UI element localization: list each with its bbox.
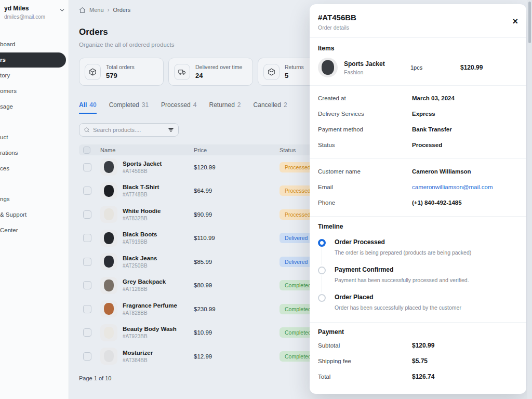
tab-count: 40 (89, 101, 96, 109)
payment-value: $126.74 (412, 373, 434, 380)
stat-label: Delivered over time (195, 64, 242, 70)
detail-value: March 03, 2024 (412, 95, 455, 101)
tab-cancelled[interactable]: Cancelled 2 (254, 101, 287, 114)
product-name: Black T-Shirt (123, 184, 159, 190)
sidebar-item-label: rations (0, 150, 18, 156)
row-checkbox[interactable] (83, 163, 91, 171)
sidebar-item-help-support[interactable]: & Support (0, 207, 69, 222)
filter-icon[interactable] (168, 127, 174, 133)
stat-card-delivered: Delivered over time 24 (168, 58, 253, 86)
package-icon (85, 64, 101, 80)
payment-title: Payment (318, 328, 518, 336)
search-icon (84, 127, 90, 133)
tab-returned[interactable]: Returned 2 (209, 101, 241, 114)
search-box[interactable] (79, 123, 179, 137)
tab-label: All (79, 101, 87, 109)
user-email: dmiles@mail.com (4, 14, 57, 20)
tab-count: 2 (237, 101, 241, 109)
payment-label: Shipping fee (318, 358, 412, 364)
timeline-section: Timeline Order Processed The order is be… (310, 217, 526, 323)
sidebar-item-invoices[interactable]: ces (0, 161, 69, 176)
row-checkbox[interactable] (83, 281, 91, 289)
tab-completed[interactable]: Completed 31 (109, 101, 149, 114)
sidebar-item-message[interactable]: sage (0, 99, 69, 114)
sidebar-nav: board rs tory omers sage uct rations ces… (0, 36, 69, 238)
product-id: #AT384BB (123, 357, 153, 363)
scrollbar-thumb[interactable] (528, 2, 531, 43)
detail-row: Email cameronwilliamson@mail.com (318, 179, 518, 195)
product-image (100, 277, 117, 294)
item-quantity: 1pcs (410, 64, 460, 71)
detail-row: Created at March 03, 2024 (318, 90, 518, 106)
sidebar-item-label: ces (0, 165, 9, 171)
sidebar-item-label: Center (0, 227, 18, 233)
step-description: The order is being prepared (products ar… (335, 249, 471, 256)
customer-name: Cameron Williamson (412, 168, 471, 175)
stat-value: 579 (106, 72, 135, 79)
product-image (100, 300, 117, 317)
tab-all[interactable]: All 40 (79, 101, 97, 114)
detail-value: Processed (412, 142, 442, 148)
sidebar-item-help-center[interactable]: Center (0, 222, 69, 238)
sidebar-item-dashboard[interactable]: board (0, 36, 69, 52)
detail-label: Phone (318, 200, 412, 206)
row-checkbox[interactable] (83, 187, 91, 195)
timeline-step: Order Placed Order has been successfully… (318, 294, 518, 321)
sidebar-item-orders[interactable]: rs (0, 52, 66, 68)
row-checkbox[interactable] (83, 234, 91, 242)
product-name: Mosturizer (123, 350, 153, 356)
home-icon[interactable] (79, 7, 86, 14)
payment-label: Subtotal (318, 342, 412, 349)
sidebar-item-label: uct (0, 134, 8, 140)
row-checkbox[interactable] (83, 258, 91, 266)
product-id: #AT832BB (123, 216, 161, 221)
detail-label: Delivery Services (318, 111, 412, 117)
tab-count: 31 (142, 101, 149, 109)
customer-email-link[interactable]: cameronwilliamson@mail.com (412, 184, 493, 190)
close-icon[interactable]: × (512, 18, 518, 25)
row-checkbox[interactable] (83, 210, 91, 219)
detail-label: Customer name (318, 168, 412, 175)
row-checkbox[interactable] (83, 328, 91, 337)
detail-row: Phone (+1) 840-492-1485 (318, 195, 518, 210)
sidebar-item-label: board (0, 41, 15, 47)
chevron-down-icon[interactable] (59, 7, 65, 14)
nav-group-divider (0, 176, 69, 191)
tab-label: Returned (209, 101, 234, 109)
user-profile[interactable]: yd Miles dmiles@mail.com (0, 0, 69, 20)
sidebar-item-integrations[interactable]: rations (0, 145, 69, 161)
product-price: $110.99 (194, 235, 280, 241)
sidebar-item-customers[interactable]: omers (0, 83, 69, 99)
timeline-step: Payment Confirmed Payment has been succe… (318, 266, 518, 294)
row-checkbox[interactable] (83, 352, 91, 361)
step-description: Payment has been successfully processed … (335, 277, 469, 283)
order-id: #AT456BB (318, 13, 518, 22)
search-input[interactable] (93, 127, 165, 133)
product-price: $230.99 (194, 306, 280, 312)
product-image (100, 253, 117, 270)
modal-subtitle: Order details (318, 24, 518, 31)
product-image (100, 230, 117, 247)
sidebar-item-settings[interactable]: ngs (0, 191, 69, 207)
product-price: $85.99 (194, 259, 280, 265)
row-checkbox[interactable] (83, 305, 91, 313)
chevron-right-icon: › (108, 6, 110, 14)
radio-pending-icon (318, 294, 326, 302)
breadcrumb-menu[interactable]: Menu (89, 7, 104, 13)
page-scrollbar[interactable] (527, 0, 532, 399)
stat-card-total-orders: Total orders 579 (79, 58, 164, 86)
select-all-checkbox[interactable] (83, 147, 90, 154)
customer-section: Customer name Cameron Williamson Email c… (310, 159, 526, 217)
product-name: Fragrance Perfume (123, 302, 177, 309)
tab-count: 4 (193, 101, 197, 109)
tab-processed[interactable]: Processed 4 (161, 101, 196, 114)
product-image (100, 182, 117, 200)
product-name: Beauty Body Wash (123, 326, 177, 332)
product-price: $12.99 (194, 353, 280, 360)
sidebar-item-product[interactable]: uct (0, 129, 69, 145)
payment-label: Total (318, 374, 412, 380)
product-id: #AT919BB (123, 239, 157, 245)
product-price: $10.99 (194, 329, 280, 336)
breadcrumb-current[interactable]: Orders (113, 7, 131, 13)
sidebar-item-inventory[interactable]: tory (0, 68, 69, 83)
